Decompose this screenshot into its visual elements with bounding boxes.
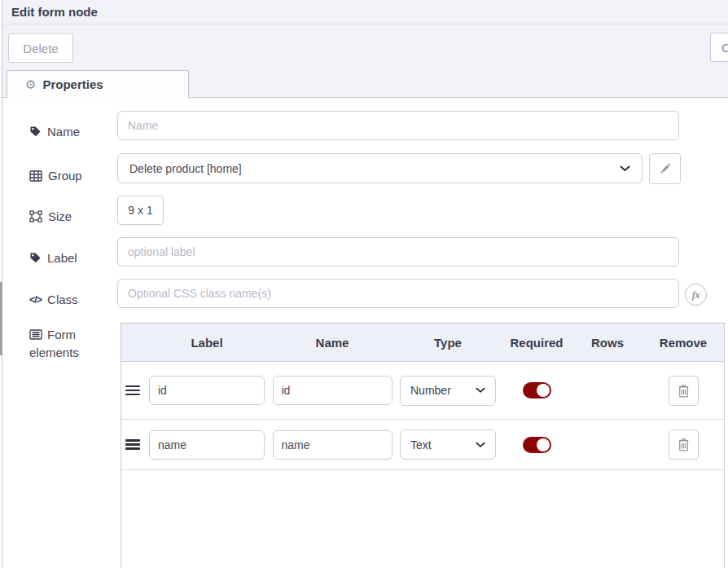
trash-icon — [678, 384, 690, 398]
dialog-top-area: Edit form node Delete Cancel ⚙ Propertie… — [2, 0, 728, 98]
pencil-icon — [660, 163, 671, 174]
drag-handle[interactable] — [121, 383, 144, 398]
list-icon — [29, 329, 42, 340]
tag-icon — [29, 125, 42, 138]
class-input[interactable] — [117, 279, 679, 308]
tab-properties[interactable]: ⚙ Properties — [7, 70, 189, 98]
required-toggle[interactable] — [523, 437, 551, 453]
chevron-down-icon — [476, 387, 485, 394]
dialog-content: Name Group Delete product [home] — [2, 98, 728, 568]
element-type-select[interactable]: Text — [400, 429, 496, 460]
size-label: Size — [29, 209, 72, 223]
label-input[interactable] — [117, 237, 679, 266]
form-elements-label: Form elements — [29, 326, 104, 362]
remove-element-button[interactable] — [669, 429, 699, 460]
size-button[interactable]: 9 x 1 — [117, 196, 164, 225]
form-elements-table: Label Name Type Required Rows Remove Num… — [121, 323, 725, 568]
chevron-down-icon — [620, 165, 630, 172]
form-elements-rows: Number — [121, 362, 724, 470]
col-header-rows: Rows — [572, 336, 642, 350]
group-select[interactable]: Delete product [home] — [117, 153, 642, 183]
table-icon — [29, 170, 42, 182]
dialog-title: Edit form node — [11, 5, 98, 19]
tab-properties-label: Properties — [42, 77, 103, 91]
group-select-value: Delete product [home] — [129, 162, 620, 175]
col-header-required: Required — [501, 336, 572, 350]
name-input[interactable] — [117, 111, 679, 140]
dialog-title-bar: Edit form node — [2, 0, 728, 24]
element-type-value: Number — [410, 384, 476, 397]
element-type-select[interactable]: Number — [400, 376, 496, 406]
class-label: </> Class — [29, 293, 78, 306]
gear-icon: ⚙ — [25, 78, 36, 90]
drag-handle-icon — [125, 383, 140, 398]
element-name-input[interactable] — [273, 430, 393, 460]
trash-icon — [678, 438, 690, 451]
element-label-input[interactable] — [149, 430, 265, 460]
fx-expression-button[interactable]: fx — [685, 284, 707, 306]
col-header-remove: Remove — [642, 336, 724, 350]
name-label: Name — [29, 125, 80, 139]
col-header-type: Type — [395, 336, 501, 350]
edit-form-node-dialog: Edit form node Delete Cancel ⚙ Propertie… — [0, 0, 728, 568]
group-label: Group — [29, 169, 82, 183]
edit-group-button[interactable] — [649, 153, 681, 184]
label-label: Label — [29, 251, 77, 265]
element-name-input[interactable] — [273, 376, 393, 405]
form-elements-table-header: Label Name Type Required Rows Remove — [121, 324, 724, 362]
form-element-row: Text — [121, 420, 724, 470]
resize-icon — [29, 210, 42, 222]
element-type-value: Text — [410, 438, 476, 451]
chevron-down-icon — [476, 442, 485, 448]
code-icon: </> — [29, 294, 42, 306]
delete-button[interactable]: Delete — [8, 33, 73, 63]
cancel-button[interactable]: Cancel — [710, 33, 728, 62]
element-label-input[interactable] — [149, 376, 265, 405]
drag-handle[interactable] — [121, 437, 144, 451]
remove-element-button[interactable] — [669, 376, 699, 406]
required-toggle[interactable] — [523, 382, 551, 398]
col-header-name: Name — [270, 336, 395, 350]
col-header-label: Label — [144, 336, 270, 350]
tag-icon — [29, 252, 42, 264]
form-element-row: Number — [121, 362, 724, 420]
drag-handle-icon — [125, 437, 140, 451]
